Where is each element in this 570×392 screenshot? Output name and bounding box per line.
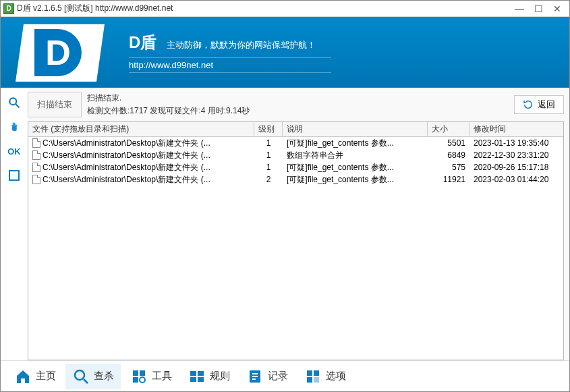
nav-options[interactable]: 选项 — [297, 364, 353, 389]
svg-point-2 — [75, 370, 84, 380]
file-icon — [32, 150, 40, 160]
close-button[interactable]: ✕ — [548, 2, 567, 16]
svg-rect-9 — [198, 371, 204, 376]
nav-logs-label: 记录 — [268, 370, 288, 383]
cell-size: 6849 — [428, 150, 469, 160]
nav-options-label: 选项 — [326, 370, 346, 383]
svg-rect-19 — [314, 377, 319, 383]
scan-status-button[interactable]: 扫描结束 — [28, 92, 82, 117]
cell-level: 1 — [254, 138, 283, 148]
table-header: 文件 (支持拖放目录和扫描) 级别 说明 大小 修改时间 — [28, 122, 563, 137]
banner: D盾 主动防御，默默为你的网站保驾护航！ http://www.d99net.n… — [1, 17, 569, 88]
nav-scan-label: 查杀 — [94, 370, 114, 383]
svg-rect-10 — [190, 377, 196, 382]
cell-file: C:\Users\Administrator\Desktop\新建文件夹 (..… — [28, 162, 254, 173]
cell-time: 2023-01-13 19:35:40 — [469, 138, 563, 148]
bottom-nav: 主页 查杀 工具 规则 记录 选项 — [1, 360, 569, 391]
svg-rect-11 — [198, 377, 204, 382]
back-arrow-icon — [523, 99, 534, 110]
svg-line-3 — [84, 379, 88, 383]
cell-size: 11921 — [428, 175, 469, 184]
minimize-button[interactable]: — — [510, 2, 529, 16]
banner-url: http://www.d99net.net — [129, 57, 331, 73]
home-icon — [14, 368, 32, 385]
side-toolbar: OK — [1, 88, 28, 360]
nav-home[interactable]: 主页 — [7, 364, 63, 389]
cell-time: 2020-09-26 15:17:18 — [469, 163, 563, 172]
logs-icon — [246, 368, 264, 385]
col-size[interactable]: 大小 — [428, 122, 469, 136]
hand-icon[interactable] — [5, 117, 24, 136]
rules-icon — [188, 368, 206, 385]
nav-scan[interactable]: 查杀 — [65, 364, 121, 389]
back-button[interactable]: 返回 — [514, 95, 564, 114]
square-icon[interactable] — [5, 166, 24, 185]
svg-rect-16 — [307, 370, 312, 376]
maximize-button[interactable]: ☐ — [529, 2, 548, 16]
options-icon — [304, 368, 322, 385]
nav-rules-label: 规则 — [210, 370, 230, 383]
back-label: 返回 — [538, 99, 555, 111]
cell-desc: 数组字符串合并 — [283, 150, 428, 161]
banner-title: D盾 — [129, 32, 156, 53]
cell-desc: [可疑]file_get_contents 参数... — [283, 162, 428, 173]
svg-line-1 — [16, 105, 20, 108]
table-row[interactable]: C:\Users\Administrator\Desktop\新建文件夹 (..… — [28, 173, 563, 186]
main-window: D D盾 v2.1.6.5 [测试版] http://www.d99net.ne… — [0, 0, 570, 392]
nav-home-label: 主页 — [36, 370, 56, 383]
results-table: 文件 (支持拖放目录和扫描) 级别 说明 大小 修改时间 C:\Users\Ad… — [28, 121, 564, 360]
ok-button[interactable]: OK — [5, 142, 24, 161]
tools-icon — [130, 368, 148, 385]
search-icon[interactable] — [5, 93, 24, 112]
cell-size: 575 — [428, 163, 469, 172]
file-icon — [32, 163, 40, 172]
col-desc[interactable]: 说明 — [283, 122, 428, 136]
magnifier-icon — [72, 368, 90, 385]
col-level[interactable]: 级别 — [254, 122, 283, 136]
titlebar: D D盾 v2.1.6.5 [测试版] http://www.d99net.ne… — [1, 1, 569, 17]
status-line1: 扫描结束. — [87, 92, 509, 105]
file-icon — [32, 175, 40, 184]
file-icon — [32, 138, 40, 148]
banner-slogan: 主动防御，默默为你的网站保驾护航！ — [167, 40, 316, 50]
cell-level: 2 — [254, 175, 283, 184]
status-text: 扫描结束. 检测文件数:1717 发现可疑文件:4 用时:9.14秒 — [87, 92, 509, 117]
svg-rect-4 — [133, 370, 138, 376]
col-file[interactable]: 文件 (支持拖放目录和扫描) — [28, 122, 254, 136]
logo — [7, 19, 119, 86]
app-icon: D — [3, 3, 14, 14]
table-row[interactable]: C:\Users\Administrator\Desktop\新建文件夹 (..… — [28, 137, 563, 149]
cell-level: 1 — [254, 163, 283, 172]
cell-level: 1 — [254, 150, 283, 160]
nav-tools-label: 工具 — [152, 370, 172, 383]
svg-point-0 — [9, 98, 16, 105]
cell-time: 2022-12-30 23:31:20 — [469, 150, 563, 160]
status-line2: 检测文件数:1717 发现可疑文件:4 用时:9.14秒 — [87, 105, 509, 117]
cell-desc: [可疑]file_get_contents 参数... — [283, 138, 428, 149]
window-title: D盾 v2.1.6.5 [测试版] http://www.d99net.net — [17, 3, 510, 14]
nav-rules[interactable]: 规则 — [181, 364, 237, 389]
col-time[interactable]: 修改时间 — [469, 122, 563, 136]
svg-rect-8 — [190, 371, 196, 376]
table-row[interactable]: C:\Users\Administrator\Desktop\新建文件夹 (..… — [28, 149, 563, 161]
svg-rect-17 — [314, 370, 319, 376]
svg-rect-6 — [133, 377, 138, 383]
cell-size: 5501 — [428, 138, 469, 148]
table-row[interactable]: C:\Users\Administrator\Desktop\新建文件夹 (..… — [28, 161, 563, 173]
cell-file: C:\Users\Administrator\Desktop\新建文件夹 (..… — [28, 174, 254, 186]
cell-file: C:\Users\Administrator\Desktop\新建文件夹 (..… — [28, 150, 254, 161]
nav-tools[interactable]: 工具 — [123, 364, 179, 389]
svg-rect-5 — [140, 370, 145, 376]
svg-rect-18 — [307, 377, 312, 383]
cell-desc: [可疑]file_get_contents 参数... — [283, 174, 428, 186]
cell-time: 2023-02-03 01:44:20 — [469, 175, 563, 184]
nav-logs[interactable]: 记录 — [239, 364, 295, 389]
svg-point-7 — [140, 377, 145, 383]
cell-file: C:\Users\Administrator\Desktop\新建文件夹 (..… — [28, 138, 254, 149]
